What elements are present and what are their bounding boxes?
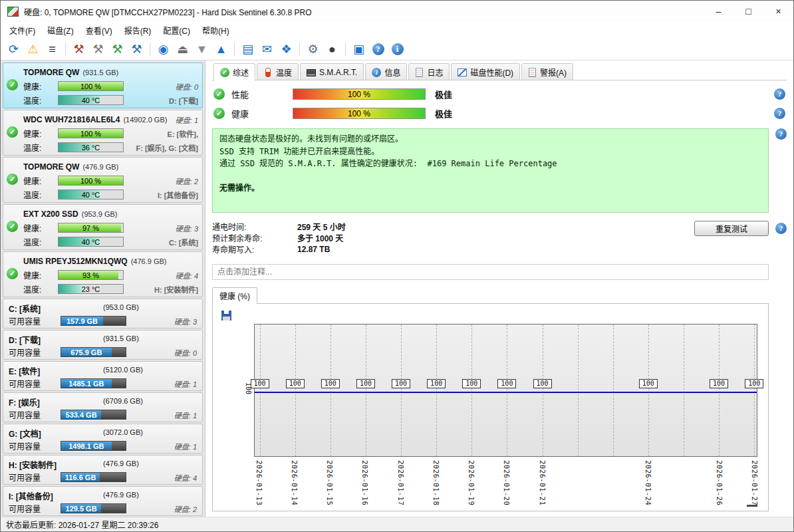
tab-disk-performance[interactable]: 磁盘性能(D)	[451, 63, 520, 80]
close-button[interactable]: ×	[763, 1, 793, 22]
help-icon[interactable]: ?	[775, 128, 787, 140]
chart-gridline	[401, 325, 402, 456]
tab-icon	[416, 68, 423, 77]
report-notebook-icon[interactable]: ▤	[238, 40, 257, 59]
tab-icon	[307, 69, 316, 76]
chart-value-label: 100	[392, 379, 410, 388]
temp-bar: 40 °C	[58, 237, 124, 247]
tab-health-percent[interactable]: 健康 (%)	[212, 287, 257, 304]
chart-gridline	[754, 325, 755, 456]
tab-smart[interactable]: S.M.A.R.T.	[300, 63, 364, 80]
help-icon[interactable]: ?	[774, 88, 785, 100]
free-space-value: 533.4 GB	[61, 410, 101, 419]
info-icon[interactable]: i	[388, 40, 407, 59]
minimize-button[interactable]: –	[704, 1, 733, 22]
menu-disk[interactable]: 磁盘(Z)	[41, 23, 79, 38]
partition-item[interactable]: G: [文档] (3072.0 GB) 可用容量 1498.1 GB 硬盘: 1	[3, 424, 203, 454]
menu-config[interactable]: 配置(C)	[157, 23, 196, 38]
save-chart-button[interactable]	[219, 309, 233, 323]
health-value: 97 %	[59, 223, 123, 232]
partition-item[interactable]: H: [安装制件] (476.9 GB) 可用容量 116.6 GB 硬盘: 4	[3, 455, 203, 485]
tab-alerts[interactable]: 警报(A)	[521, 63, 573, 80]
stat-value: 多于 1000 天	[297, 232, 343, 243]
disk-right-2: 硬盘: 3	[176, 223, 198, 233]
temp-bar: 40 °C	[58, 190, 124, 200]
tab-information[interactable]: 信息	[365, 63, 407, 80]
tab-overview[interactable]: 综述	[213, 63, 255, 80]
disk-item[interactable]: EXT X200 SSD (953.9 GB) 健康: 97 % 硬盘: 3	[3, 204, 203, 250]
disc-icon[interactable]: ●	[323, 40, 342, 59]
partition-item[interactable]: D: [下载] (931.5 GB) 可用容量 675.9 GB 硬盘: 0	[3, 330, 203, 360]
menu-file[interactable]: 文件(F)	[3, 23, 41, 38]
temp-bar: 40 °C	[58, 95, 124, 105]
device-remove-icon[interactable]: ▼	[192, 40, 211, 59]
disk-item[interactable]: WDC WUH721816ALE6L4 (14902.0 GB) 硬盘: 1 健…	[3, 110, 203, 156]
health-value: 93 %	[59, 271, 123, 279]
disk-test-icon[interactable]: ⚒	[108, 40, 127, 59]
performance-value: 100 %	[293, 89, 425, 99]
menu-help[interactable]: 帮助(H)	[196, 23, 235, 38]
free-space-value: 1498.1 GB	[61, 442, 112, 450]
status-line: 无需操作。	[219, 182, 761, 195]
tab-label: 日志	[427, 66, 443, 78]
device-usb-icon[interactable]: ▲	[211, 40, 231, 59]
chart-x-tick-label: 2026-01-24	[644, 460, 652, 505]
disk-tools-icon[interactable]: ⚒	[88, 40, 108, 59]
help-icon[interactable]: ?	[368, 40, 388, 59]
menu-view[interactable]: 查看(V)	[80, 23, 118, 38]
screenshot-icon[interactable]: ▣	[349, 40, 368, 59]
health-bar: 93 %	[58, 270, 124, 280]
disk-ok-icon	[7, 126, 18, 138]
disk-ok-icon	[7, 79, 18, 90]
status-bar: 状态最后更新: 2026-01-27 星期二 20:39:26	[1, 517, 793, 531]
disk-item[interactable]: UMIS RPEYJ512MKN1QWQ (476.9 GB) 健康: 93 %…	[3, 251, 203, 297]
tab-log[interactable]: 日志	[408, 63, 450, 80]
disk-right-2: 硬盘: 2	[176, 176, 198, 186]
chart-x-tick-label: 2026-01-21	[539, 460, 547, 505]
disk-item[interactable]: TOPMORE QW (931.5 GB) 健康: 100 % 硬盘: 0 温	[3, 63, 203, 108]
stat-value: 259 天 5 小时	[297, 221, 346, 232]
performance-label: 性能	[231, 88, 287, 100]
email-icon[interactable]: ✉	[257, 40, 277, 59]
toolbar-separator	[231, 40, 238, 59]
status-line: SSD 支持 TRIM 功能并已开启来提高性能。	[219, 146, 761, 158]
chart-gridline	[507, 325, 507, 456]
disk-blue-icon[interactable]: ◉	[154, 40, 173, 59]
chart-data-line	[255, 392, 757, 393]
partition-item[interactable]: I: [其他备份] (476.9 GB) 可用容量 129.5 GB 硬盘: 2	[3, 486, 203, 516]
network-icon[interactable]: ❖	[277, 40, 296, 59]
eject-icon[interactable]: ⏏	[173, 40, 192, 59]
refresh-icon[interactable]: ⟳	[4, 40, 23, 59]
disk-repair-icon[interactable]: ⚒	[69, 40, 88, 59]
disk-size: (476.9 GB)	[131, 257, 167, 265]
details-list-icon[interactable]: ≡	[43, 40, 62, 59]
tab-temperature[interactable]: 温度	[257, 63, 299, 80]
disk-sidebar: TOPMORE QW (931.5 GB) 健康: 100 % 硬盘: 0 温	[1, 61, 205, 517]
partition-item[interactable]: F: [娱乐] (6709.6 GB) 可用容量 533.4 GB 硬盘: 1	[3, 392, 203, 422]
main-tabbar: 综述 温度 S.M.A.R.T. 信息	[212, 63, 787, 80]
partition-disk-number: 硬盘: 1	[174, 378, 197, 389]
performance-ok-icon	[213, 88, 225, 100]
stats-row: 通电时间: 259 天 5 小时 预计剩余寿命: 多于 1000 天 寿命期写入…	[212, 221, 787, 255]
analysis-warning-icon[interactable]: ⚠	[23, 40, 43, 59]
comment-input[interactable]	[212, 264, 769, 280]
content-panel: 综述 温度 S.M.A.R.T. 信息	[205, 61, 793, 517]
disk-inspect-icon[interactable]: ⚒	[127, 40, 146, 59]
disk-item[interactable]: TOPMORE QW (476.9 GB) 健康: 100 % 硬盘: 2 温	[3, 157, 203, 203]
retest-area: 重复测试 ?	[694, 221, 787, 236]
help-icon[interactable]: ?	[774, 108, 785, 119]
tab-label: 磁盘性能(D)	[470, 66, 513, 78]
menu-report[interactable]: 报告(R)	[118, 23, 158, 38]
retest-button[interactable]: 重复测试	[694, 221, 769, 236]
partition-size: (476.9 GB)	[103, 491, 139, 499]
chart-value-label: 100	[497, 379, 516, 388]
maximize-button[interactable]: □	[733, 1, 763, 22]
settings-gear-icon[interactable]: ⚙	[303, 40, 323, 59]
partition-item[interactable]: E: [软件] (5120.0 GB) 可用容量 1485.1 GB 硬盘: 1	[3, 361, 203, 391]
help-icon[interactable]: ?	[775, 223, 787, 234]
disk-size: (476.9 GB)	[82, 163, 118, 171]
performance-row: 性能 100 % 极佳 ?	[212, 83, 787, 102]
health-label: 健康:	[23, 128, 58, 139]
partition-name: C: [系统]	[9, 303, 41, 314]
partition-item[interactable]: C: [系统] (953.0 GB) 可用容量 157.9 GB 硬盘: 3	[3, 299, 203, 329]
